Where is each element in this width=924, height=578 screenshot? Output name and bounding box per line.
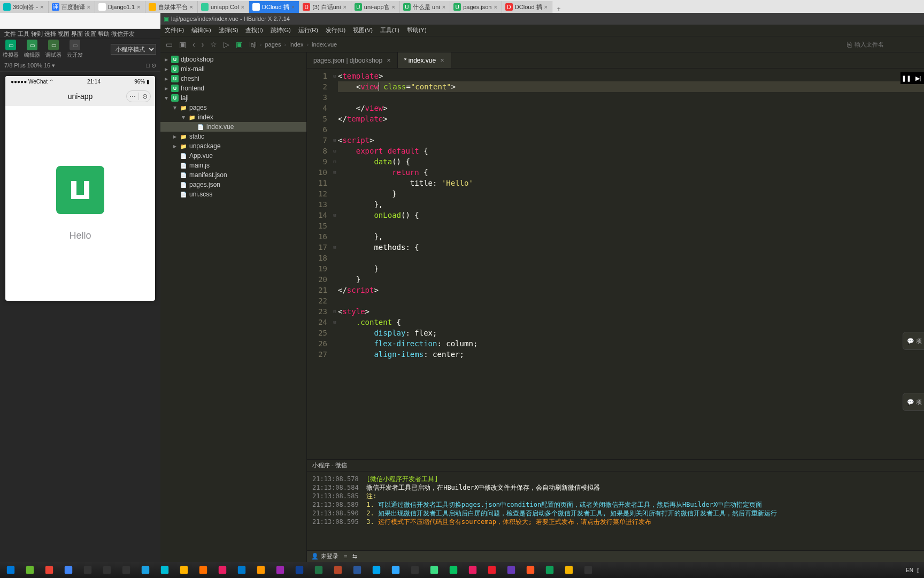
menu-item[interactable]: 跳转(G) [271, 26, 291, 34]
taskbar-app-3[interactable] [60, 563, 77, 577]
taskbar-app-30[interactable] [580, 563, 597, 577]
browser-tab[interactable]: Upages.json× [450, 1, 502, 13]
menu-item[interactable]: 选择(S) [219, 26, 238, 34]
close-icon[interactable]: × [291, 4, 295, 10]
hbuilder-menu-bar[interactable]: 文件(F)编辑(E)选择(S)查找(I)跳转(G)运行(R)发行(U)视图(V)… [160, 25, 924, 36]
menu-item[interactable]: 运行(R) [298, 26, 318, 34]
code-line-3[interactable] [338, 92, 924, 103]
code-line-23[interactable]: <style> [338, 306, 924, 317]
float-tab-1[interactable]: 💬 项 [903, 332, 924, 350]
taskbar-app-10[interactable] [195, 563, 212, 577]
taskbar-app-1[interactable] [21, 563, 38, 577]
nav-back-icon[interactable]: ‹ [192, 40, 195, 49]
windows-taskbar[interactable]: EN ▯ [0, 562, 924, 578]
taskbar-app-6[interactable] [118, 563, 135, 577]
taskbar-app-28[interactable] [541, 563, 558, 577]
phone-capsule[interactable]: ⋯ ⊙ [126, 90, 151, 102]
tray-ime[interactable]: EN [906, 567, 913, 573]
close-icon[interactable]: × [440, 56, 444, 64]
code-line-1[interactable]: <template> [338, 71, 924, 81]
console-output[interactable]: 21:13:08.578 [微信小程序开发者工具]21:13:08.584 微信… [307, 471, 924, 550]
browser-tab[interactable]: uniapp Col× [198, 1, 249, 13]
terminal-toggle-icon[interactable]: ▣ [179, 40, 186, 49]
taskbar-app-12[interactable] [233, 563, 250, 577]
close-icon[interactable]: × [137, 4, 140, 10]
tree-item-static[interactable]: ▸📁static [160, 132, 306, 141]
close-icon[interactable]: × [442, 4, 445, 10]
device-selector[interactable]: 7/8 Plus 100% 16 ▾ [4, 62, 55, 69]
close-icon[interactable]: × [190, 4, 193, 10]
menu-item[interactable]: 文件(F) [165, 26, 184, 34]
close-icon[interactable]: × [544, 4, 548, 10]
breadcrumb-item[interactable]: pages [265, 41, 281, 48]
code-line-18[interactable] [338, 253, 924, 263]
taskbar-app-24[interactable] [464, 563, 481, 577]
tree-item-index.vue[interactable]: 📄index.vue [160, 122, 306, 132]
search-mode-icon[interactable]: ⎘ [847, 40, 851, 49]
devtools-mode-select[interactable]: 小程序模式 [106, 39, 160, 60]
code-line-19[interactable]: } [338, 263, 924, 274]
nav-forward-icon[interactable]: › [202, 40, 204, 49]
taskbar-app-21[interactable] [406, 563, 424, 577]
project-tree[interactable]: ▸Udjbookshop▸Umix-mall▸Ucheshi▸Ufrontend… [160, 52, 307, 562]
code-line-6[interactable] [338, 124, 924, 135]
close-icon[interactable]: × [343, 4, 346, 10]
tray-battery-icon[interactable]: ▯ [917, 567, 920, 573]
devtools-device-status[interactable]: 7/8 Plus 100% 16 ▾ □ ⊙ [0, 60, 160, 72]
taskbar-app-13[interactable] [252, 563, 270, 577]
tree-item-index[interactable]: ▾📁index [160, 112, 306, 122]
tree-item-mix-mall[interactable]: ▸Umix-mall [160, 64, 306, 74]
taskbar-app-15[interactable] [291, 563, 308, 577]
browser-tab[interactable]: djDjango1.1× [95, 1, 145, 13]
tree-item-unpackage[interactable]: ▸📁unpackage [160, 141, 306, 151]
login-status[interactable]: 👤 未登录 [311, 552, 338, 560]
taskbar-app-4[interactable] [79, 563, 96, 577]
close-icon[interactable]: × [392, 4, 395, 10]
menu-item[interactable]: 查找(I) [245, 26, 263, 34]
browser-tab[interactable]: 译百度翻译× [49, 1, 95, 13]
sidebar-toggle-icon[interactable]: ▭ [166, 40, 173, 49]
taskbar-app-19[interactable] [368, 563, 385, 577]
taskbar-app-9[interactable] [175, 563, 192, 577]
taskbar-app-8[interactable] [156, 563, 173, 577]
code-line-4[interactable]: </view> [338, 103, 924, 113]
menu-item[interactable]: 帮助(Y) [407, 26, 427, 34]
code-line-26[interactable]: flex-direction: column; [338, 338, 924, 349]
close-icon[interactable]: × [387, 56, 391, 64]
code-line-20[interactable]: } [338, 274, 924, 285]
tree-item-cheshi[interactable]: ▸Ucheshi [160, 74, 306, 83]
taskbar-app-0[interactable] [2, 563, 19, 577]
taskbar-app-18[interactable] [349, 563, 366, 577]
tree-item-pages[interactable]: ▾📁pages [160, 103, 306, 112]
code-line-12[interactable]: } [338, 188, 924, 199]
menu-item[interactable]: 视图(V) [353, 26, 373, 34]
taskbar-app-5[interactable] [98, 563, 116, 577]
breadcrumb-item[interactable]: index [289, 41, 303, 48]
code-editor[interactable]: 1234567891011121314151617181920212223242… [307, 69, 924, 459]
code-line-8[interactable]: export default { [338, 146, 924, 156]
browser-tab[interactable]: 360问答 -× [0, 1, 49, 13]
code-line-13[interactable]: }, [338, 199, 924, 210]
browser-tab[interactable]: DCloud 插× [249, 1, 299, 13]
code-line-10[interactable]: return { [338, 167, 924, 178]
taskbar-app-14[interactable] [272, 563, 289, 577]
code-line-5[interactable]: </template> [338, 113, 924, 124]
menu-item[interactable]: 工具(T) [380, 26, 399, 34]
tree-item-frontend[interactable]: ▸Ufrontend [160, 83, 306, 93]
capsule-close-icon[interactable]: ⊙ [138, 93, 150, 100]
code-line-25[interactable]: display: flex; [338, 328, 924, 338]
code-line-14[interactable]: onLoad() { [338, 210, 924, 220]
devtools-调试器[interactable]: ▭调试器 [43, 39, 64, 60]
status-list-icon[interactable]: ≡ [344, 553, 347, 560]
taskbar-app-20[interactable] [387, 563, 404, 577]
project-icon[interactable]: ▣ [236, 40, 243, 49]
taskbar-app-27[interactable] [522, 563, 539, 577]
tree-item-manifest.json[interactable]: 📄manifest.json [160, 170, 306, 180]
breadcrumb[interactable]: laji›pages›index›index.vue [249, 41, 337, 48]
bookmark-icon[interactable]: ☆ [210, 40, 217, 49]
code-line-21[interactable]: </script> [338, 285, 924, 295]
close-icon[interactable]: × [494, 4, 497, 10]
editor-tab[interactable]: * index.vue× [398, 52, 451, 68]
taskbar-app-26[interactable] [503, 563, 520, 577]
taskbar-app-11[interactable] [214, 563, 231, 577]
